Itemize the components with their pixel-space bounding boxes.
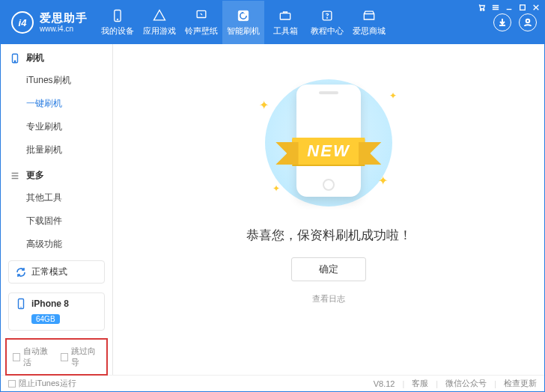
svg-point-0 bbox=[481, 10, 482, 11]
success-illustration: ✦ ✦ ✦ ✦ NEW bbox=[250, 76, 407, 210]
sidebar-item-itunes-flash[interactable]: iTunes刷机 bbox=[1, 69, 112, 92]
minimize-icon[interactable] bbox=[504, 2, 514, 13]
music-icon bbox=[194, 8, 209, 23]
phone-small-icon bbox=[15, 298, 27, 310]
svg-point-12 bbox=[14, 61, 15, 61]
brand-name: 爱思助手 bbox=[40, 12, 88, 25]
nav-store[interactable]: 爱思商城 bbox=[348, 1, 390, 44]
list-icon bbox=[10, 171, 20, 181]
sidebar-item-advanced[interactable]: 高级功能 bbox=[1, 233, 112, 256]
device-indicator[interactable]: iPhone 8 64GB bbox=[8, 293, 105, 331]
cart-icon[interactable] bbox=[477, 2, 487, 13]
success-message: 恭喜您，保资料刷机成功啦！ bbox=[246, 227, 412, 244]
svg-rect-2 bbox=[520, 5, 526, 10]
mode-indicator[interactable]: 正常模式 bbox=[8, 260, 105, 284]
nav-my-device[interactable]: 我的设备 bbox=[97, 1, 138, 44]
apps-icon bbox=[152, 8, 167, 23]
refresh-icon bbox=[15, 266, 27, 278]
nav-tutorials[interactable]: 教程中心 bbox=[306, 1, 348, 44]
checkbox-block-itunes[interactable]: 阻止iTunes运行 bbox=[8, 378, 76, 389]
help-icon bbox=[320, 8, 335, 23]
sidebar-group-flash[interactable]: 刷机 bbox=[1, 44, 112, 69]
sidebar-item-download-fw[interactable]: 下载固件 bbox=[1, 209, 112, 233]
logo[interactable]: i4 爱思助手 www.i4.cn bbox=[1, 1, 97, 44]
checkbox-auto-activate[interactable]: 自动激活 bbox=[13, 346, 53, 368]
window-controls bbox=[477, 1, 541, 14]
toolbox-icon bbox=[278, 8, 293, 23]
sparkle-icon: ✦ bbox=[378, 174, 388, 188]
svg-rect-7 bbox=[280, 13, 290, 19]
post-flash-options: 自动激活 跳过向导 bbox=[5, 338, 108, 376]
support-link[interactable]: 客服 bbox=[412, 378, 428, 389]
sparkle-icon: ✦ bbox=[259, 98, 269, 112]
nav-toolbox[interactable]: 工具箱 bbox=[264, 1, 306, 44]
sidebar-item-pro-flash[interactable]: 专业刷机 bbox=[1, 115, 112, 138]
sidebar-item-other-tools[interactable]: 其他工具 bbox=[1, 186, 112, 209]
user-icon[interactable] bbox=[519, 13, 537, 31]
nav-ringtones[interactable]: 铃声壁纸 bbox=[180, 1, 222, 44]
nav-apps[interactable]: 应用游戏 bbox=[138, 1, 180, 44]
version-label: V8.12 bbox=[374, 379, 395, 388]
svg-point-1 bbox=[483, 10, 484, 11]
main-content: ✦ ✦ ✦ ✦ NEW 恭喜您，保资料刷机成功啦！ 确定 查看日志 bbox=[113, 44, 544, 375]
sidebar-item-batch-flash[interactable]: 批量刷机 bbox=[1, 138, 112, 162]
sidebar-item-onekey-flash[interactable]: 一键刷机 bbox=[1, 92, 112, 115]
store-icon bbox=[362, 8, 377, 23]
new-ribbon: NEW bbox=[292, 138, 365, 165]
sparkle-icon: ✦ bbox=[272, 183, 280, 194]
download-icon[interactable] bbox=[493, 13, 511, 31]
wechat-link[interactable]: 微信公众号 bbox=[445, 378, 487, 389]
device-icon bbox=[110, 8, 125, 23]
checkbox-skip-guide[interactable]: 跳过向导 bbox=[61, 346, 101, 368]
sidebar-group-more[interactable]: 更多 bbox=[1, 162, 112, 186]
ok-button[interactable]: 确定 bbox=[291, 257, 366, 281]
menu-icon[interactable] bbox=[490, 2, 501, 13]
top-nav: 我的设备 应用游戏 铃声壁纸 智能刷机 工具箱 教程中心 爱思商城 bbox=[97, 1, 493, 44]
svg-point-10 bbox=[526, 19, 530, 23]
phone-icon bbox=[10, 53, 20, 64]
sparkle-icon: ✦ bbox=[389, 91, 397, 101]
close-icon[interactable] bbox=[531, 2, 541, 13]
svg-point-9 bbox=[326, 17, 327, 18]
svg-point-4 bbox=[117, 19, 118, 20]
nav-flash[interactable]: 智能刷机 bbox=[222, 1, 264, 44]
storage-badge: 64GB bbox=[31, 314, 60, 324]
maximize-icon[interactable] bbox=[517, 2, 528, 13]
brand-url: www.i4.cn bbox=[40, 25, 88, 33]
svg-point-14 bbox=[20, 307, 21, 307]
logo-icon: i4 bbox=[11, 11, 34, 34]
flash-icon bbox=[236, 8, 251, 23]
update-link[interactable]: 检查更新 bbox=[504, 378, 537, 389]
footer: 阻止iTunes运行 V8.12 | 客服 | 微信公众号 | 检查更新 bbox=[1, 375, 544, 391]
view-log-link[interactable]: 查看日志 bbox=[312, 293, 345, 304]
sidebar: 刷机 iTunes刷机 一键刷机 专业刷机 批量刷机 更多 其他工具 下载固件 … bbox=[1, 44, 113, 375]
header: i4 爱思助手 www.i4.cn 我的设备 应用游戏 铃声壁纸 智能刷机 工具… bbox=[1, 1, 544, 44]
